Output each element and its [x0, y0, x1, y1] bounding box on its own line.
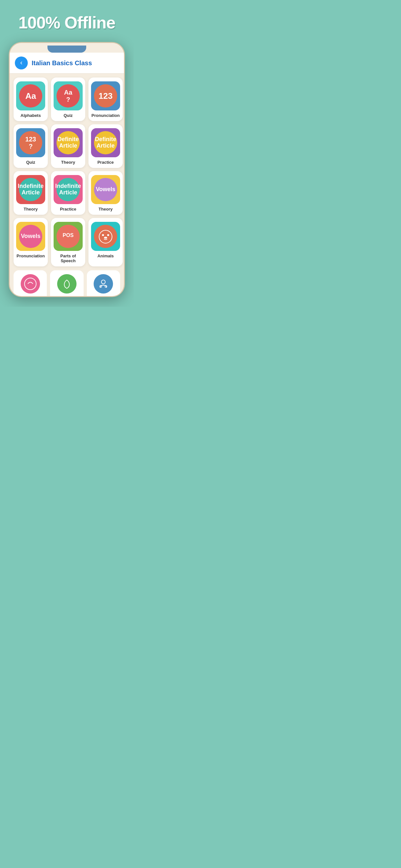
- pos-icon-bg: POS: [54, 222, 83, 251]
- definite-practice-circle: DefiniteArticle: [94, 131, 117, 154]
- notch-area: [10, 43, 124, 53]
- definite-theory-icon-text: DefiniteArticle: [58, 136, 79, 149]
- back-icon: [19, 60, 24, 66]
- card-definite-theory[interactable]: DefiniteArticle Theory: [51, 124, 85, 168]
- alphabets-label: Alphabets: [21, 113, 41, 118]
- svg-point-10: [25, 278, 36, 290]
- definite-theory-label: Theory: [61, 160, 75, 165]
- card-indefinite-theory[interactable]: IndefiniteArticle Theory: [13, 171, 48, 215]
- partial-card-2: [50, 270, 83, 296]
- indefinite-practice-circle: IndefiniteArticle: [57, 178, 80, 201]
- quiz-numbers-icon-text: 123?: [25, 135, 36, 150]
- pronunciation-circle: 123: [94, 84, 117, 107]
- pos-bubble-icon: POS: [57, 225, 80, 248]
- card-pronunciation[interactable]: 123 Pronunciation: [89, 78, 123, 121]
- vowels-pronunciation-label: Pronunciation: [17, 253, 44, 258]
- svg-point-9: [104, 237, 107, 239]
- partial-icon-3: [97, 277, 110, 290]
- indefinite-theory-label: Theory: [24, 207, 37, 212]
- vowels-theory-icon-text: Vowels: [96, 186, 116, 193]
- quiz-letters-icon-bg: Aa?: [54, 82, 83, 111]
- pronunciation-label: Pronunciation: [91, 113, 120, 118]
- card-pos[interactable]: POS Parts of Speech: [51, 218, 85, 267]
- indefinite-theory-icon-text: IndefiniteArticle: [18, 183, 43, 196]
- svg-text:POS: POS: [63, 232, 73, 238]
- svg-point-11: [101, 280, 105, 284]
- quiz-letters-label: Quiz: [64, 113, 73, 118]
- card-definite-practice[interactable]: DefiniteArticle Practice: [89, 124, 123, 168]
- card-quiz-letters[interactable]: Aa? Quiz: [51, 78, 85, 121]
- card-indefinite-practice[interactable]: IndefiniteArticle Practice: [51, 171, 85, 215]
- definite-practice-label: Practice: [97, 160, 114, 165]
- offline-title: 100% Offline: [19, 13, 115, 32]
- back-button[interactable]: [15, 57, 28, 69]
- definite-theory-circle: DefiniteArticle: [57, 131, 80, 154]
- pronunciation-icon-text: 123: [98, 91, 112, 101]
- pronunciation-icon-bg: 123: [91, 82, 120, 111]
- alphabets-icon-text: Aa: [25, 91, 36, 101]
- partial-icon-1: [24, 277, 37, 290]
- partial-card-3: [87, 270, 120, 296]
- definite-practice-icon-text: DefiniteArticle: [95, 136, 116, 149]
- svg-point-7: [102, 234, 104, 236]
- indefinite-practice-icon-bg: IndefiniteArticle: [54, 175, 83, 204]
- animals-label: Animals: [97, 253, 114, 258]
- indefinite-practice-label: Practice: [60, 207, 76, 212]
- dog-icon: [94, 225, 117, 248]
- lessons-grid: Aa Alphabets Aa? Quiz 123 Pronunciation: [10, 73, 124, 270]
- definite-practice-icon-bg: DefiniteArticle: [91, 128, 120, 157]
- alphabets-circle: Aa: [19, 84, 42, 107]
- svg-point-8: [107, 234, 109, 236]
- vowels-theory-label: Theory: [98, 207, 112, 212]
- animals-icon-bg: [91, 222, 120, 251]
- nav-bar: Italian Basics Class: [10, 53, 124, 73]
- vowels-pronunciation-circle: Vowels: [19, 225, 42, 248]
- indefinite-theory-circle: IndefiniteArticle: [19, 178, 42, 201]
- indefinite-practice-icon-text: IndefiniteArticle: [55, 183, 81, 196]
- animals-circle: [94, 225, 117, 248]
- quiz-letters-icon-text: Aa?: [64, 89, 72, 103]
- definite-theory-icon-bg: DefiniteArticle: [54, 128, 83, 157]
- vowels-pronunciation-icon-text: Vowels: [21, 233, 41, 240]
- card-alphabets[interactable]: Aa Alphabets: [13, 78, 48, 121]
- header: 100% Offline: [19, 0, 115, 42]
- partial-card-1: [13, 270, 47, 296]
- card-quiz-numbers[interactable]: 123? Quiz: [13, 124, 48, 168]
- card-animals[interactable]: Animals: [89, 218, 123, 267]
- bottom-partial-row: [10, 270, 124, 296]
- indefinite-theory-icon-bg: IndefiniteArticle: [16, 175, 45, 204]
- quiz-letters-circle: Aa?: [57, 84, 80, 107]
- quiz-numbers-icon-bg: 123?: [16, 128, 45, 157]
- partial-icon-2: [60, 277, 73, 290]
- vowels-theory-icon-bg: Vowels: [91, 175, 120, 204]
- pos-label: Parts of Speech: [54, 253, 83, 263]
- phone-frame: Italian Basics Class Aa Alphabets Aa? Qu…: [9, 42, 125, 297]
- page-title: Italian Basics Class: [32, 59, 92, 67]
- vowels-theory-circle: Vowels: [94, 178, 117, 201]
- vowels-pronunciation-icon-bg: Vowels: [16, 222, 45, 251]
- quiz-numbers-circle: 123?: [19, 131, 42, 154]
- card-vowels-pronunciation[interactable]: Vowels Pronunciation: [13, 218, 48, 267]
- quiz-numbers-label: Quiz: [26, 160, 35, 165]
- card-vowels-theory[interactable]: Vowels Theory: [89, 171, 123, 215]
- pos-circle: POS: [57, 225, 80, 248]
- notch: [48, 45, 86, 53]
- alphabets-icon-bg: Aa: [16, 82, 45, 111]
